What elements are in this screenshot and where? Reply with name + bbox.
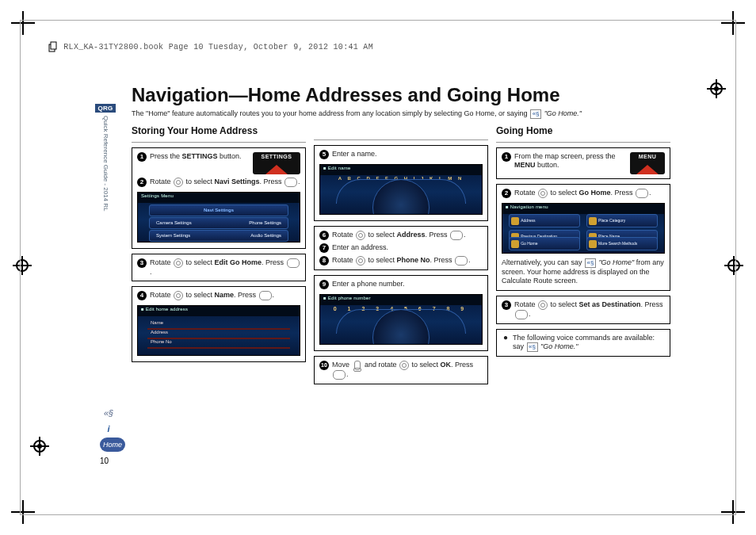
box-enter-name: 5 Enter a name. ■ Edit name A B C D E F … (314, 145, 488, 221)
box-menu: 1 From the map screen, press the MENU bu… (496, 147, 670, 179)
push-knob-icon (455, 256, 468, 266)
step-3: 3 (137, 258, 147, 268)
push-knob-icon (259, 291, 272, 300)
screenshot-settings-menu: Settings Menu Navi Settings Camera Setti… (137, 192, 300, 243)
step-8: 8 (319, 256, 329, 266)
box-voice-tip: ● The following voice commands are avail… (496, 329, 670, 357)
step-2: 2 (137, 178, 147, 187)
heading-going: Going Home (496, 125, 670, 136)
push-knob-icon (333, 370, 346, 380)
going-step-2: 2 (502, 189, 511, 198)
move-stick-icon (353, 361, 362, 370)
rotate-knob-icon (174, 178, 183, 187)
column-going: Going Home 1 From the map screen, press … (496, 125, 670, 357)
menu-button-photo: MENU (630, 152, 665, 174)
box-ok: 10 Move and rotate to select OK. Press . (314, 356, 488, 384)
talk-icon: «§ (585, 258, 596, 268)
rotate-knob-icon (399, 361, 409, 370)
step-9: 9 (319, 280, 329, 289)
talk-icon: «§ (530, 109, 541, 119)
settings-button-photo: SETTINGS (253, 152, 300, 174)
page-title: Navigation—Home Addresses and Going Home (132, 84, 672, 106)
home-icon: Home (100, 438, 125, 452)
screenshot-numpad: ■ Edit phone number 0 1 2 3 4 5 6 7 8 9 (319, 294, 483, 345)
push-knob-icon (515, 310, 528, 319)
page-number: 10 (100, 457, 125, 465)
box-enter-phone: 9 Enter a phone number. ■ Edit phone num… (314, 275, 488, 351)
column-storing-2: 5 Enter a name. ■ Edit name A B C D E F … (314, 125, 488, 384)
column-storing-1: Storing Your Home Address 1 Press the SE… (132, 125, 306, 362)
rotate-knob-icon (356, 231, 365, 240)
info-icon: i (100, 422, 117, 436)
manual-page: QRG Quick Reference Guide - 2014 RL «§ i… (20, 20, 736, 515)
voice-icon: «§ (100, 406, 117, 420)
rotate-knob-icon (174, 291, 183, 300)
step-6: 6 (319, 231, 329, 240)
rotate-knob-icon (356, 256, 365, 266)
talk-icon: «§ (527, 342, 538, 352)
push-knob-icon (636, 189, 648, 198)
box-settings-navi: 1 Press the SETTINGS button. SETTINGS 2 … (132, 147, 306, 249)
rotate-knob-icon (174, 258, 183, 268)
push-knob-icon (284, 178, 297, 187)
guide-label: Quick Reference Guide - 2014 RL (102, 116, 109, 212)
screenshot-keyboard-name: ■ Edit name A B C D E F G H I J K L M N (319, 164, 483, 215)
push-knob-icon (287, 258, 300, 268)
push-knob-icon (450, 231, 463, 240)
going-step-3: 3 (502, 300, 511, 310)
box-set-destination: 3 Rotate to select Set as Destination. P… (496, 296, 670, 324)
bullet-icon: ● (502, 334, 510, 342)
rotate-knob-icon (538, 300, 548, 310)
screenshot-edit-home: ■ Edit home address Name Address Phone N… (137, 305, 300, 356)
heading-storing: Storing Your Home Address (132, 125, 306, 136)
screenshot-nav-menu: ■ Navigation menu Address Place Category… (502, 203, 665, 254)
box-edit-go-home: 3 Rotate to select Edit Go Home. Press . (132, 254, 306, 281)
step-5: 5 (319, 150, 329, 159)
step-10: 10 (319, 361, 329, 370)
box-select-name: 4 Rotate to select Name. Press . ■ Edit … (132, 286, 306, 362)
content-area: Navigation—Home Addresses and Going Home… (132, 84, 672, 483)
step-7: 7 (319, 243, 329, 253)
box-go-home: 2 Rotate to select Go Home. Press . ■ Na… (496, 184, 670, 291)
step-4: 4 (137, 291, 147, 300)
footer-icons: «§ i Home 10 (100, 406, 125, 465)
intro-paragraph: The "Home" feature automatically routes … (132, 109, 672, 119)
box-address-phone: 6 Rotate to select Address. Press . 7 En… (314, 226, 488, 270)
step-1: 1 (137, 152, 147, 162)
rotate-knob-icon (538, 189, 548, 198)
going-step-1: 1 (502, 152, 511, 162)
qrg-badge: QRG (95, 104, 115, 113)
